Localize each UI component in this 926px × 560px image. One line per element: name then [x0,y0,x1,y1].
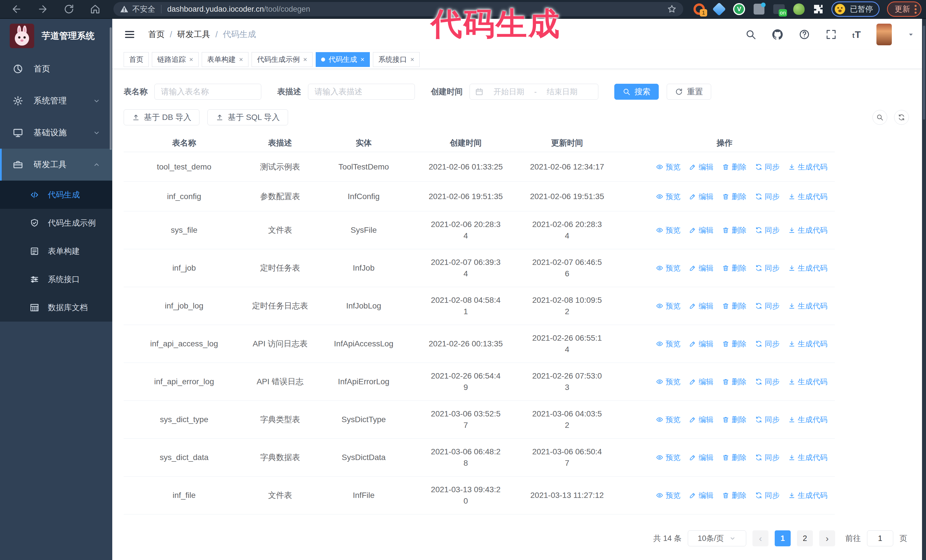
extension-v-icon[interactable]: V [733,3,745,15]
编辑-action-link[interactable]: 编辑 [689,161,713,173]
extension-gem-icon[interactable] [713,3,725,15]
help-icon[interactable] [799,29,810,40]
browser-back-icon[interactable] [11,3,22,15]
预览-action-link[interactable]: 预览 [656,452,680,463]
sidebar-subitem-系统接口[interactable]: 系统接口 [0,265,112,293]
生成代码-action-link[interactable]: 生成代码 [788,338,828,350]
预览-action-link[interactable]: 预览 [656,225,680,236]
删除-action-link[interactable]: 删除 [722,262,746,274]
同步-action-link[interactable]: 同步 [755,191,779,202]
sidebar-item-基础设施[interactable]: 基础设施 [0,117,112,149]
编辑-action-link[interactable]: 编辑 [689,414,713,425]
extension-orange-icon[interactable]: 1 [693,3,705,15]
同步-action-link[interactable]: 同步 [755,338,779,350]
collapse-sidebar-icon[interactable] [124,29,136,40]
table-desc-input[interactable] [308,84,415,100]
font-size-icon[interactable]: tT [852,29,861,40]
编辑-action-link[interactable]: 编辑 [689,300,713,312]
page-button-2[interactable]: 2 [797,530,813,546]
search-button[interactable]: 搜索 [614,84,659,100]
预览-action-link[interactable]: 预览 [656,161,680,173]
bookmark-star-icon[interactable] [667,4,677,14]
同步-action-link[interactable]: 同步 [755,414,779,425]
extension-dark-icon[interactable]: on [773,3,785,15]
删除-action-link[interactable]: 删除 [722,300,746,312]
同步-action-link[interactable]: 同步 [755,300,779,312]
预览-action-link[interactable]: 预览 [656,191,680,202]
预览-action-link[interactable]: 预览 [656,376,680,387]
github-icon[interactable] [772,29,783,40]
tab-代码生成示例[interactable]: 代码生成示例× [251,52,313,67]
删除-action-link[interactable]: 删除 [722,452,746,463]
breadcrumb-item[interactable]: 首页 [148,29,165,40]
sidebar-subitem-表单构建[interactable]: 表单构建 [0,237,112,265]
date-range-picker[interactable]: - [469,84,598,100]
extension-grid-icon[interactable] [753,3,765,15]
page-button-1[interactable]: 1 [775,530,791,546]
编辑-action-link[interactable]: 编辑 [689,452,713,463]
browser-forward-icon[interactable] [37,3,48,15]
fullscreen-icon[interactable] [825,29,837,40]
browser-home-icon[interactable] [89,3,101,15]
删除-action-link[interactable]: 删除 [722,414,746,425]
sidebar-logo[interactable]: 芋道管理系统 [0,19,112,53]
删除-action-link[interactable]: 删除 [722,376,746,387]
prev-page-button[interactable]: ‹ [752,530,769,546]
生成代码-action-link[interactable]: 生成代码 [788,225,828,236]
同步-action-link[interactable]: 同步 [755,376,779,387]
sidebar-subitem-数据库文档[interactable]: 数据库文档 [0,293,112,322]
编辑-action-link[interactable]: 编辑 [689,225,713,236]
生成代码-action-link[interactable]: 生成代码 [788,452,828,463]
sidebar-scrollbar[interactable] [110,27,112,150]
sidebar-item-首页[interactable]: 首页 [0,53,112,85]
删除-action-link[interactable]: 删除 [722,191,746,202]
close-tab-icon[interactable]: × [410,56,414,63]
sidebar-item-研发工具[interactable]: 研发工具 [0,149,112,181]
同步-action-link[interactable]: 同步 [755,161,779,173]
删除-action-link[interactable]: 删除 [722,490,746,501]
同步-action-link[interactable]: 同步 [755,262,779,274]
预览-action-link[interactable]: 预览 [656,262,680,274]
table-name-input[interactable] [154,84,261,100]
user-avatar[interactable] [876,24,892,45]
同步-action-link[interactable]: 同步 [755,452,779,463]
tab-系统接口[interactable]: 系统接口× [373,52,420,67]
预览-action-link[interactable]: 预览 [656,338,680,350]
预览-action-link[interactable]: 预览 [656,490,680,501]
生成代码-action-link[interactable]: 生成代码 [788,490,828,501]
tab-代码生成[interactable]: 代码生成× [316,52,370,67]
import-db-button[interactable]: 基于 DB 导入 [124,109,200,125]
生成代码-action-link[interactable]: 生成代码 [788,161,828,173]
sidebar-subitem-代码生成示例[interactable]: 代码生成示例 [0,209,112,237]
编辑-action-link[interactable]: 编辑 [689,191,713,202]
browser-menu-icon[interactable] [915,5,917,14]
生成代码-action-link[interactable]: 生成代码 [788,300,828,312]
extension-green-icon[interactable] [793,3,805,15]
编辑-action-link[interactable]: 编辑 [689,338,713,350]
browser-update-button[interactable]: 更新 [887,2,921,17]
breadcrumb-item[interactable]: 研发工具 [177,29,210,40]
编辑-action-link[interactable]: 编辑 [689,262,713,274]
生成代码-action-link[interactable]: 生成代码 [788,262,828,274]
browser-reload-icon[interactable] [63,3,75,15]
toggle-search-button[interactable] [872,110,887,125]
同步-action-link[interactable]: 同步 [755,225,779,236]
tab-首页[interactable]: 首页 [124,52,149,67]
同步-action-link[interactable]: 同步 [755,490,779,501]
close-tab-icon[interactable]: × [189,56,193,63]
address-bar[interactable]: 不安全 dashboard.yudao.iocoder.cn/tool/code… [113,2,683,16]
date-end-input[interactable] [541,88,584,96]
删除-action-link[interactable]: 删除 [722,225,746,236]
删除-action-link[interactable]: 删除 [722,338,746,350]
tab-表单构建[interactable]: 表单构建× [202,52,248,67]
sidebar-item-系统管理[interactable]: 系统管理 [0,85,112,117]
sidebar-subitem-代码生成[interactable]: 代码生成 [0,181,112,209]
page-scrollbar[interactable] [922,19,926,560]
refresh-table-button[interactable] [894,110,909,125]
close-tab-icon[interactable]: × [303,56,307,63]
close-tab-icon[interactable]: × [239,56,243,63]
extensions-puzzle-icon[interactable] [813,3,824,15]
预览-action-link[interactable]: 预览 [656,300,680,312]
avatar-caret-icon[interactable] [907,31,915,38]
生成代码-action-link[interactable]: 生成代码 [788,376,828,387]
